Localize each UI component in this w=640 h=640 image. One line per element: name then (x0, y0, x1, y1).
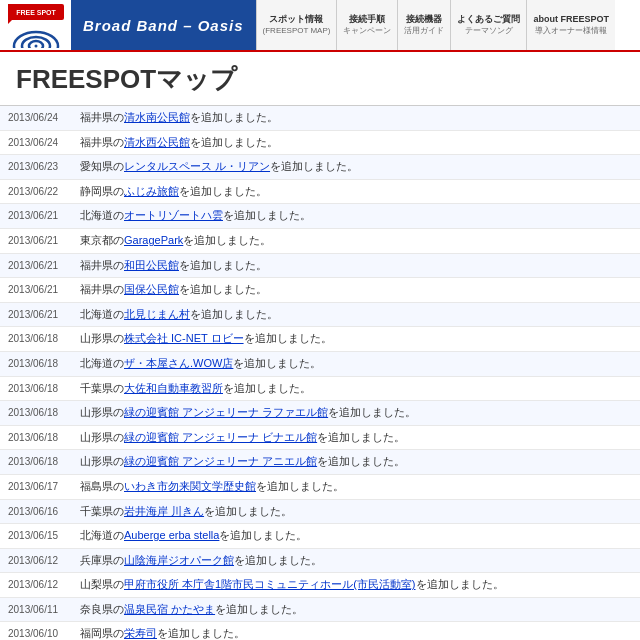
news-date: 2013/06/17 (8, 479, 80, 495)
news-date: 2013/06/16 (8, 504, 80, 520)
news-row: 2013/06/10福岡県の栄寿司を追加しました。 (0, 622, 640, 640)
news-row: 2013/06/24福井県の清水西公民館を追加しました。 (0, 131, 640, 156)
news-date: 2013/06/18 (8, 405, 80, 421)
page-title: FREESPOTマップ (0, 52, 640, 106)
news-link[interactable]: ザ・本屋さん.WOW店 (124, 357, 233, 369)
news-link[interactable]: GaragePark (124, 234, 183, 246)
news-link[interactable]: 山陰海岸ジオパーク館 (124, 554, 234, 566)
news-row: 2013/06/22静岡県のふじみ旅館を追加しました。 (0, 180, 640, 205)
news-date: 2013/06/18 (8, 331, 80, 347)
news-link[interactable]: 国保公民館 (124, 283, 179, 295)
news-date: 2013/06/18 (8, 356, 80, 372)
nav-label-top-device: 接続機器 (406, 14, 442, 26)
news-link[interactable]: 清水南公民館 (124, 111, 190, 123)
news-date: 2013/06/22 (8, 184, 80, 200)
news-date: 2013/06/18 (8, 454, 80, 470)
news-content: 東京都のGarageParkを追加しました。 (80, 232, 632, 250)
news-date: 2013/06/21 (8, 233, 80, 249)
news-link[interactable]: 和田公民館 (124, 259, 179, 271)
news-link[interactable]: 緑の迎賓館 アンジェリーナ アニエル館 (124, 455, 317, 467)
news-content: 北海道のオートリゾートハ雲を追加しました。 (80, 207, 632, 225)
news-link[interactable]: レンタルスペース ル・リアン (124, 160, 270, 172)
news-date: 2013/06/11 (8, 602, 80, 618)
news-row: 2013/06/18北海道のザ・本屋さん.WOW店を追加しました。 (0, 352, 640, 377)
news-row: 2013/06/21北海道の北見じまん村を追加しました。 (0, 303, 640, 328)
news-row: 2013/06/11奈良県の温泉民宿 かたやまを追加しました。 (0, 598, 640, 623)
news-content: 静岡県のふじみ旅館を追加しました。 (80, 183, 632, 201)
news-date: 2013/06/15 (8, 528, 80, 544)
news-date: 2013/06/12 (8, 577, 80, 593)
news-row: 2013/06/21北海道のオートリゾートハ雲を追加しました。 (0, 204, 640, 229)
news-link[interactable]: Auberge erba stella (124, 529, 219, 541)
news-content: 奈良県の温泉民宿 かたやまを追加しました。 (80, 601, 632, 619)
brand-text: Broad Band – Oasis (83, 17, 244, 34)
nav-item-spot[interactable]: スポット情報(FREESPOT MAP) (256, 0, 337, 50)
news-row: 2013/06/16千葉県の岩井海岸 川きんを追加しました。 (0, 500, 640, 525)
news-date: 2013/06/24 (8, 135, 80, 151)
nav-label-top-spot: スポット情報 (269, 14, 323, 26)
news-link[interactable]: 甲府市役所 本庁舎1階市民コミュニティホール(市民活動室) (124, 578, 416, 590)
news-row: 2013/06/21東京都のGarageParkを追加しました。 (0, 229, 640, 254)
news-link[interactable]: 緑の迎賓館 アンジェリーナ ラファエル館 (124, 406, 328, 418)
header: FREE SPOT Broad Band – Oasis スポット情報(FREE… (0, 0, 640, 52)
nav-label-top-faq: よくあるご質問 (457, 14, 520, 26)
nav-area: スポット情報(FREESPOT MAP)接続手順キャンペーン接続機器活用ガイドよ… (256, 0, 640, 50)
news-date: 2013/06/10 (8, 626, 80, 640)
news-link[interactable]: 栄寿司 (124, 627, 157, 639)
news-link[interactable]: オートリゾートハ雲 (124, 209, 223, 221)
news-row: 2013/06/17福島県のいわき市勿来関文学歴史館を追加しました。 (0, 475, 640, 500)
news-content: 福井県の国保公民館を追加しました。 (80, 281, 632, 299)
news-link[interactable]: 温泉民宿 かたやま (124, 603, 215, 615)
news-date: 2013/06/24 (8, 110, 80, 126)
nav-label-top-connect: 接続手順 (349, 14, 385, 26)
nav-item-connect[interactable]: 接続手順キャンペーン (336, 0, 397, 50)
news-content: 愛知県のレンタルスペース ル・リアンを追加しました。 (80, 158, 632, 176)
news-date: 2013/06/18 (8, 430, 80, 446)
news-date: 2013/06/12 (8, 553, 80, 569)
news-link[interactable]: 緑の迎賓館 アンジェリーナ ビナエル館 (124, 431, 317, 443)
news-content: 山形県の緑の迎賓館 アンジェリーナ ビナエル館を追加しました。 (80, 429, 632, 447)
news-link[interactable]: 岩井海岸 川きん (124, 505, 204, 517)
news-content: 千葉県の大佐和自動車教習所を追加しました。 (80, 380, 632, 398)
brand-area: Broad Band – Oasis (71, 0, 256, 50)
news-date: 2013/06/23 (8, 159, 80, 175)
news-content: 兵庫県の山陰海岸ジオパーク館を追加しました。 (80, 552, 632, 570)
nav-label-sub-spot: (FREESPOT MAP) (263, 26, 331, 36)
news-content: 北海道のザ・本屋さん.WOW店を追加しました。 (80, 355, 632, 373)
news-row: 2013/06/18千葉県の大佐和自動車教習所を追加しました。 (0, 377, 640, 402)
logo-area: FREE SPOT (0, 0, 71, 50)
news-row: 2013/06/18山形県の緑の迎賓館 アンジェリーナ ラファエル館を追加しまし… (0, 401, 640, 426)
news-content: 山形県の緑の迎賓館 アンジェリーナ ラファエル館を追加しました。 (80, 404, 632, 422)
nav-label-sub-device: 活用ガイド (404, 26, 444, 36)
news-link[interactable]: 大佐和自動車教習所 (124, 382, 223, 394)
news-row: 2013/06/12兵庫県の山陰海岸ジオパーク館を追加しました。 (0, 549, 640, 574)
news-row: 2013/06/12山梨県の甲府市役所 本庁舎1階市民コミュニティホール(市民活… (0, 573, 640, 598)
svg-point-6 (35, 45, 38, 48)
nav-label-sub-faq: テーマソング (465, 26, 513, 36)
news-content: 福岡県の栄寿司を追加しました。 (80, 625, 632, 640)
news-row: 2013/06/18山形県の緑の迎賓館 アンジェリーナ アニエル館を追加しました… (0, 450, 640, 475)
nav-item-faq[interactable]: よくあるご質問テーマソング (450, 0, 526, 50)
news-row: 2013/06/18山形県の株式会社 IC-NET ロビーを追加しました。 (0, 327, 640, 352)
news-row: 2013/06/18山形県の緑の迎賓館 アンジェリーナ ビナエル館を追加しました… (0, 426, 640, 451)
news-content: 山形県の緑の迎賓館 アンジェリーナ アニエル館を追加しました。 (80, 453, 632, 471)
news-link[interactable]: 北見じまん村 (124, 308, 190, 320)
nav-label-sub-about: 導入オーナー様情報 (535, 26, 607, 36)
news-date: 2013/06/21 (8, 208, 80, 224)
news-link[interactable]: いわき市勿来関文学歴史館 (124, 480, 256, 492)
news-link[interactable]: 株式会社 IC-NET ロビー (124, 332, 244, 344)
news-date: 2013/06/21 (8, 307, 80, 323)
news-row: 2013/06/23愛知県のレンタルスペース ル・リアンを追加しました。 (0, 155, 640, 180)
news-date: 2013/06/21 (8, 282, 80, 298)
news-content: 福井県の清水南公民館を追加しました。 (80, 109, 632, 127)
news-link[interactable]: ふじみ旅館 (124, 185, 179, 197)
news-content: 福井県の清水西公民館を追加しました。 (80, 134, 632, 152)
nav-label-sub-connect: キャンペーン (343, 26, 391, 36)
news-content: 北海道のAuberge erba stellaを追加しました。 (80, 527, 632, 545)
news-date: 2013/06/21 (8, 258, 80, 274)
nav-item-about[interactable]: about FREESPOT導入オーナー様情報 (526, 0, 615, 50)
nav-item-device[interactable]: 接続機器活用ガイド (397, 0, 450, 50)
news-row: 2013/06/15北海道のAuberge erba stellaを追加しました… (0, 524, 640, 549)
news-content: 山梨県の甲府市役所 本庁舎1階市民コミュニティホール(市民活動室)を追加しました… (80, 576, 632, 594)
news-link[interactable]: 清水西公民館 (124, 136, 190, 148)
